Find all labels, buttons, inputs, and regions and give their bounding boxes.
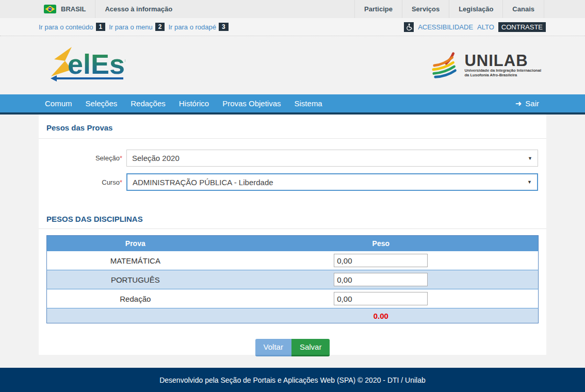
nav-item-selecoes[interactable]: Seleções [79,94,124,112]
page-title: Pesos das Provas [39,115,546,139]
brasil-label: BRASIL [61,5,86,13]
site-header: elEst UNILAB Universidade da Integração … [0,36,585,94]
brasil-gov-link[interactable]: BRASIL [44,0,95,18]
brazil-flag-icon [44,5,56,13]
required-marker: * [120,154,122,162]
voltar-button[interactable]: Voltar [255,339,291,356]
unilab-tagline-2: da Lusofonia Afro-Brasileira [464,73,541,77]
skip-to-footer-link[interactable]: Ir para o rodapé 3 [168,23,228,31]
wheelchair-icon [404,22,414,32]
peso-input[interactable] [334,254,428,267]
unilab-tagline-1: Universidade da Integração Internacional [464,68,541,73]
column-header-prova: Prova [47,236,224,251]
accessibility-bar: Ir para o conteúdo 1 Ir para o menu 2 Ir… [0,18,585,36]
selest-logo[interactable]: elEst [48,44,125,87]
table-row: PORTUGUÊS [47,270,539,289]
participe-link[interactable]: Participe [354,0,402,18]
legislacao-link[interactable]: Legislação [449,0,502,18]
unilab-name: UNILAB [464,54,541,68]
servicos-link[interactable]: Serviços [402,0,449,18]
skip-to-content-link[interactable]: Ir para o conteúdo 1 [39,23,105,31]
table-row: Redação [47,289,539,308]
curso-selected-value: ADMINISTRAÇÃO PÚBLICA - Liberdade [133,178,273,187]
svg-text:elEst: elEst [68,48,125,79]
footer-credit-text: Desenvolvido pela Seção de Portais e Apl… [159,376,426,384]
skip-key-1-badge: 1 [96,23,106,31]
pre-footer-gap [0,355,585,368]
weights-table: Prova Peso MATEMÁTICA PORTUGUÊS Redação … [46,235,539,323]
nav-item-provas-objetivas[interactable]: Provas Objetivas [216,94,287,112]
salvar-button[interactable]: Salvar [291,339,330,356]
total-weight-value: 0.00 [373,312,388,320]
section-title: PESOS DAS DISCIPLINAS [39,198,546,229]
skip-to-menu-link[interactable]: Ir para o menu 2 [109,23,165,31]
site-footer: Desenvolvido pela Seção de Portais e Apl… [0,368,585,392]
selecao-select[interactable]: Seleção 2020 ▼ [126,150,538,167]
prova-name-cell: MATEMÁTICA [47,251,224,270]
selecao-label: Seleção* [39,154,126,162]
skip-key-2-badge: 2 [155,23,165,31]
unilab-swoosh-icon [431,52,461,79]
canais-link[interactable]: Canais [502,0,544,18]
column-header-peso: Peso [224,236,539,251]
table-row: MATEMÁTICA [47,251,539,270]
logout-button[interactable]: ➜ Sair [508,99,546,108]
logout-label: Sair [525,99,539,108]
chevron-down-icon: ▼ [527,179,532,185]
prova-name-cell: PORTUGUÊS [47,270,224,289]
content-card: Pesos das Provas Seleção* Seleção 2020 ▼… [39,115,546,355]
main-nav: Comum Seleções Redações Histórico Provas… [0,94,585,115]
gov-bar: BRASIL Acesso à informação Participe Ser… [0,0,585,18]
curso-label: Curso* [39,178,126,186]
peso-input[interactable] [334,292,428,305]
peso-input[interactable] [334,273,428,286]
nav-item-sistema[interactable]: Sistema [288,94,329,112]
nav-item-redacoes[interactable]: Redações [124,94,172,112]
contraste-toggle[interactable]: CONTRASTE [498,22,546,32]
curso-select[interactable]: ADMINISTRAÇÃO PÚBLICA - Liberdade ▼ [126,173,538,191]
skip-key-3-badge: 3 [219,23,229,31]
total-row: 0.00 [47,308,539,323]
logout-arrow-icon: ➜ [515,99,522,108]
nav-item-comum[interactable]: Comum [39,94,79,112]
acesso-informacao-link[interactable]: Acesso à informação [95,0,182,18]
chevron-down-icon: ▼ [528,156,532,161]
alto-link[interactable]: ALTO [477,23,494,31]
prova-name-cell: Redação [47,289,224,308]
required-marker: * [120,178,122,186]
selecao-selected-value: Seleção 2020 [132,154,180,162]
acessibilidade-link[interactable]: ACESSIBILIDADE [418,23,473,31]
nav-item-historico[interactable]: Histórico [172,94,216,112]
unilab-logo[interactable]: UNILAB Universidade da Integração Intern… [431,52,541,79]
